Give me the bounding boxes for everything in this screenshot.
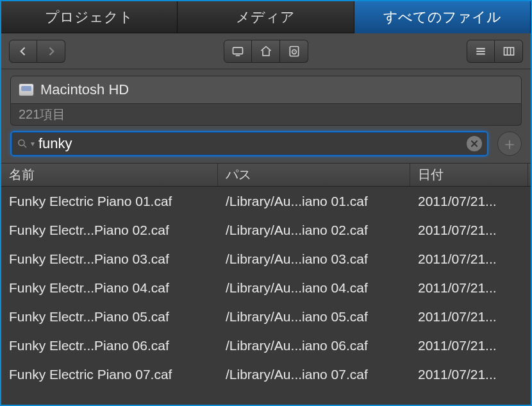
cell-path: /Library/Au...iano 01.caf xyxy=(218,194,410,209)
cell-path: /Library/Au...iano 02.caf xyxy=(218,223,410,238)
project-folder-button[interactable] xyxy=(280,40,308,63)
clear-search-button[interactable] xyxy=(467,136,482,151)
table-row[interactable]: Funky Electr...Piano 05.caf /Library/Au.… xyxy=(1,302,531,331)
search-field[interactable]: ▾ xyxy=(10,131,488,156)
table-header: 名前 パス 日付 xyxy=(1,164,531,187)
file-browser-window: プロジェクト メディア すべてのファイル xyxy=(0,0,532,406)
nav-buttons xyxy=(9,40,65,63)
cell-date: 2011/07/21... xyxy=(410,309,531,325)
plus-icon: ＋ xyxy=(501,133,518,155)
table-row[interactable]: Funky Electric Piano 01.caf /Library/Au.… xyxy=(1,187,531,216)
table-row[interactable]: Funky Electr...Piano 06.caf /Library/Au.… xyxy=(1,331,531,360)
list-view-button[interactable] xyxy=(467,40,495,63)
tab-all-files[interactable]: すべてのファイル xyxy=(354,1,531,33)
tab-bar: プロジェクト メディア すべてのファイル xyxy=(1,1,531,33)
cell-name: Funky Electr...Piano 03.caf xyxy=(1,251,218,267)
cell-name: Funky Electric Piano 07.caf xyxy=(1,367,218,382)
cell-date: 2011/07/21... xyxy=(410,194,531,209)
column-header-end xyxy=(528,164,531,186)
svg-rect-4 xyxy=(504,47,513,55)
cell-name: Funky Electr...Piano 04.caf xyxy=(1,280,218,296)
cell-path: /Library/Au...iano 03.caf xyxy=(218,251,410,267)
home-button[interactable] xyxy=(252,40,280,63)
location-bar[interactable]: Macintosh HD xyxy=(10,76,522,104)
table-row[interactable]: Funky Electr...Piano 02.caf /Library/Au.… xyxy=(1,216,531,244)
view-mode-buttons xyxy=(467,40,523,63)
search-row: ▾ ＋ xyxy=(1,126,531,164)
cell-date: 2011/07/21... xyxy=(410,367,531,382)
search-menu-caret-icon[interactable]: ▾ xyxy=(31,139,35,148)
svg-point-3 xyxy=(294,51,295,53)
add-search-rule-button[interactable]: ＋ xyxy=(497,131,522,156)
table-body: Funky Electric Piano 01.caf /Library/Au.… xyxy=(1,187,531,405)
search-icon xyxy=(17,138,28,149)
cell-path: /Library/Au...iano 07.caf xyxy=(218,367,410,382)
toolbar xyxy=(1,33,531,69)
x-icon xyxy=(470,140,478,148)
column-header-path[interactable]: パス xyxy=(218,164,410,186)
svg-rect-0 xyxy=(233,47,243,54)
chevron-right-icon xyxy=(45,45,58,58)
forward-button[interactable] xyxy=(37,40,65,63)
cell-name: Funky Electr...Piano 02.caf xyxy=(1,223,218,238)
drive-icon xyxy=(19,83,34,96)
cell-path: /Library/Au...iano 05.caf xyxy=(218,309,410,325)
cell-date: 2011/07/21... xyxy=(410,280,531,296)
display-icon xyxy=(231,45,244,58)
svg-point-5 xyxy=(19,140,24,146)
cell-date: 2011/07/21... xyxy=(410,338,531,353)
cell-name: Funky Electr...Piano 05.caf xyxy=(1,309,218,325)
list-icon xyxy=(474,45,487,58)
tab-media[interactable]: メディア xyxy=(178,1,354,33)
disc-folder-icon xyxy=(288,45,301,58)
column-view-button[interactable] xyxy=(495,40,523,63)
cell-path: /Library/Au...iano 04.caf xyxy=(218,280,410,296)
cell-date: 2011/07/21... xyxy=(410,251,531,267)
tab-project[interactable]: プロジェクト xyxy=(1,1,178,33)
search-input[interactable] xyxy=(38,135,463,152)
table-row[interactable]: Funky Electr...Piano 04.caf /Library/Au.… xyxy=(1,273,531,302)
item-count: 221項目 xyxy=(10,104,522,126)
location-shortcuts xyxy=(224,40,308,63)
column-header-date[interactable]: 日付 xyxy=(410,164,528,186)
columns-icon xyxy=(503,45,515,58)
column-header-name[interactable]: 名前 xyxy=(1,164,218,186)
cell-name: Funky Electric Piano 01.caf xyxy=(1,194,218,209)
chevron-left-icon xyxy=(17,45,29,58)
back-button[interactable] xyxy=(9,40,37,63)
computer-button[interactable] xyxy=(224,40,252,63)
volume-name: Macintosh HD xyxy=(40,81,129,98)
table-row[interactable]: Funky Electric Piano 07.caf /Library/Au.… xyxy=(1,360,531,389)
home-icon xyxy=(260,45,272,58)
table-row[interactable]: Funky Electr...Piano 03.caf /Library/Au.… xyxy=(1,244,531,273)
cell-name: Funky Electr...Piano 06.caf xyxy=(1,338,218,353)
cell-path: /Library/Au...iano 06.caf xyxy=(218,338,410,353)
cell-date: 2011/07/21... xyxy=(410,223,531,238)
